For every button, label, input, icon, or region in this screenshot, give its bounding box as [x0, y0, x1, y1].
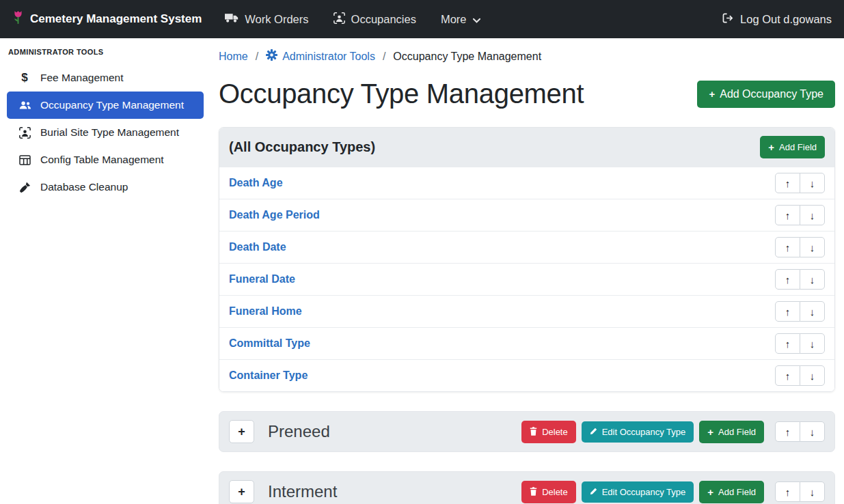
arrow-up-icon: ↑	[785, 178, 791, 189]
arrow-down-icon: ↓	[810, 242, 815, 253]
breadcrumb-current: Occupancy Type Management	[393, 51, 541, 63]
plus-icon: +	[707, 487, 713, 497]
nav-work-orders[interactable]: Work Orders	[225, 12, 308, 26]
arrow-down-icon: ↓	[810, 426, 815, 438]
sidebar-item-occupancy-type-management[interactable]: Occupancy Type Management	[7, 92, 204, 119]
sidebar-heading: ADMINISTRATOR TOOLS	[0, 48, 210, 64]
add-field-button[interactable]: + Add Field	[699, 421, 764, 443]
breadcrumb-separator: /	[383, 51, 385, 63]
field-link-funeral-date[interactable]: Funeral Date	[229, 273, 295, 285]
edit-occupancy-type-button[interactable]: Edit Occupancy Type	[582, 421, 694, 443]
edit-occupancy-type-button[interactable]: Edit Occupancy Type	[582, 481, 694, 503]
reorder-group: ↑ ↓	[775, 237, 825, 257]
move-up-button[interactable]: ↑	[775, 237, 800, 257]
arrow-up-icon: ↑	[785, 338, 791, 350]
sidebar-item-config-table-management[interactable]: Config Table Management	[7, 146, 204, 173]
arrow-up-icon: ↑	[785, 306, 791, 318]
arrow-up-icon: ↑	[785, 370, 791, 382]
plus-icon: +	[238, 425, 245, 439]
move-down-button[interactable]: ↓	[800, 237, 825, 257]
field-link-death-age[interactable]: Death Age	[229, 177, 283, 189]
plus-icon: +	[709, 89, 715, 99]
nav-more-label: More	[441, 13, 467, 26]
sidebar-item-burial-site-type-management[interactable]: Burial Site Type Management	[7, 119, 204, 146]
field-link-funeral-home[interactable]: Funeral Home	[229, 305, 302, 318]
field-row: Committal Type ↑ ↓	[219, 327, 834, 359]
move-up-button[interactable]: ↑	[775, 481, 800, 502]
nav-occupancies-label: Occupancies	[351, 13, 416, 26]
move-up-button[interactable]: ↑	[775, 421, 800, 442]
arrow-down-icon: ↓	[810, 338, 815, 350]
main-content: Home /	[210, 38, 844, 504]
add-occupancy-type-button[interactable]: + Add Occupancy Type	[697, 81, 835, 108]
sidebar-item-fee-management[interactable]: $ Fee Management	[7, 64, 204, 92]
delete-button[interactable]: Delete	[521, 421, 576, 443]
chevron-down-icon	[473, 13, 480, 26]
occupancy-type-section-interment: + Interment Delete	[219, 471, 835, 504]
field-row: Container Type ↑ ↓	[219, 359, 834, 391]
move-down-button[interactable]: ↓	[800, 333, 825, 354]
nav-work-orders-label: Work Orders	[245, 13, 308, 26]
breadcrumb: Home /	[219, 49, 835, 64]
nav-occupancies[interactable]: Occupancies	[333, 12, 416, 27]
field-row: Death Date ↑ ↓	[219, 231, 834, 263]
card-header: (All Occupancy Types) + Add Field	[219, 128, 834, 167]
move-up-button[interactable]: ↑	[775, 205, 800, 225]
logout-label: Log Out d.gowans	[740, 13, 832, 26]
move-down-button[interactable]: ↓	[800, 301, 825, 322]
expand-button[interactable]: +	[229, 420, 254, 443]
card-title: (All Occupancy Types)	[229, 139, 375, 155]
move-down-button[interactable]: ↓	[800, 173, 825, 193]
move-down-button[interactable]: ↓	[800, 481, 825, 502]
arrow-down-icon: ↓	[810, 210, 815, 221]
page-title: Occupancy Type Management	[219, 79, 584, 109]
field-link-container-type[interactable]: Container Type	[229, 369, 308, 382]
move-up-button[interactable]: ↑	[775, 301, 800, 322]
field-link-death-date[interactable]: Death Date	[229, 241, 286, 253]
delete-button[interactable]: Delete	[521, 481, 576, 503]
title-row: Occupancy Type Management + Add Occupanc…	[219, 79, 835, 109]
nav-more[interactable]: More	[441, 13, 480, 26]
sidebar: ADMINISTRATOR TOOLS $ Fee Management Occ…	[0, 38, 210, 504]
dollar-icon: $	[18, 71, 31, 85]
move-up-button[interactable]: ↑	[775, 269, 800, 290]
section-actions: Delete Edit Occupancy Type + Add Field ↑	[521, 421, 825, 443]
move-up-button[interactable]: ↑	[775, 333, 800, 354]
section-title: Preneed	[268, 422, 330, 441]
pencil-icon	[590, 488, 597, 496]
table-icon	[18, 155, 31, 165]
arrow-down-icon: ↓	[810, 274, 815, 285]
field-row: Death Age Period ↑ ↓	[219, 199, 834, 231]
move-down-button[interactable]: ↓	[800, 205, 825, 225]
reorder-group: ↑ ↓	[775, 421, 825, 442]
pencil-icon	[590, 428, 597, 436]
field-row: Funeral Date ↑ ↓	[219, 263, 834, 295]
breadcrumb-separator: /	[256, 51, 258, 63]
plus-icon: +	[707, 427, 713, 437]
move-down-button[interactable]: ↓	[800, 365, 825, 386]
arrow-down-icon: ↓	[810, 370, 815, 382]
breadcrumb-home-link[interactable]: Home	[219, 51, 248, 63]
add-field-button[interactable]: + Add Field	[760, 136, 825, 158]
arrow-up-icon: ↑	[785, 210, 791, 221]
main-nav: Work Orders Occupancies More	[225, 12, 480, 27]
gear-icon	[266, 49, 277, 64]
expand-button[interactable]: +	[229, 480, 254, 503]
breadcrumb-administrator-tools-link[interactable]: Administrator Tools	[266, 49, 375, 64]
section-actions: Delete Edit Occupancy Type + Add Field ↑	[521, 481, 825, 503]
field-row: Death Age ↑ ↓	[219, 167, 834, 199]
move-up-button[interactable]: ↑	[775, 173, 800, 193]
app-brand[interactable]: Cemetery Management System	[12, 10, 202, 29]
person-frame-icon	[18, 127, 31, 139]
arrow-down-icon: ↓	[810, 178, 815, 189]
sidebar-item-database-cleanup[interactable]: Database Cleanup	[7, 173, 204, 201]
add-field-button[interactable]: + Add Field	[699, 481, 764, 503]
move-down-button[interactable]: ↓	[800, 269, 825, 290]
reorder-group: ↑ ↓	[775, 365, 825, 386]
field-link-committal-type[interactable]: Committal Type	[229, 337, 310, 350]
move-up-button[interactable]: ↑	[775, 365, 800, 386]
logout-link[interactable]: Log Out d.gowans	[722, 13, 832, 26]
move-down-button[interactable]: ↓	[800, 421, 825, 442]
reorder-group: ↑ ↓	[775, 173, 825, 193]
field-link-death-age-period[interactable]: Death Age Period	[229, 209, 320, 221]
